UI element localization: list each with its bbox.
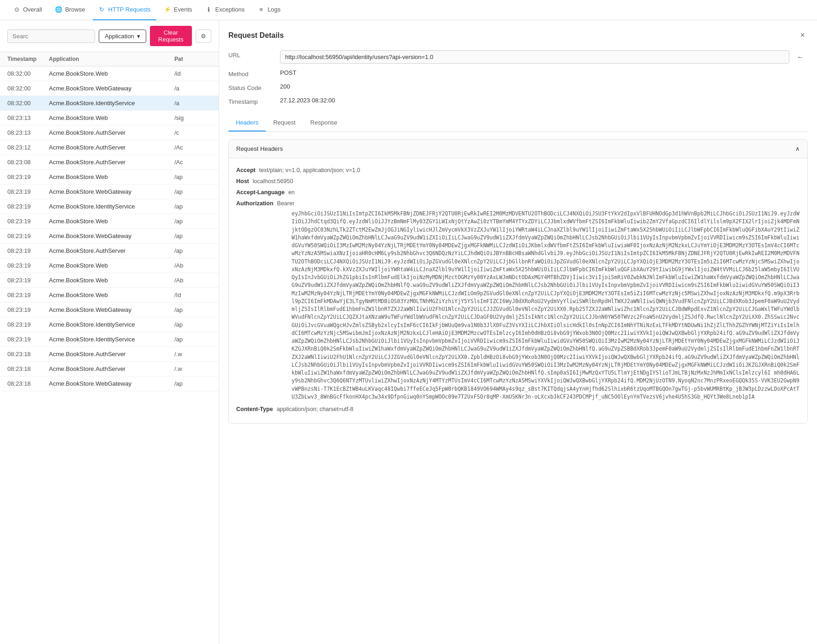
content-type-value: application/json; charset=utf-8 xyxy=(277,405,353,414)
url-navigate-button[interactable]: ← xyxy=(793,51,808,63)
url-container: ← xyxy=(280,50,808,64)
table-row[interactable]: 08:23:19Acme.BookStore.WebGateway/ap xyxy=(0,303,219,317)
nav-item-browse[interactable]: 🌐 Browse xyxy=(49,0,90,20)
table-row[interactable]: 08:23:13Acme.BookStore.Web/sig xyxy=(0,111,219,125)
timestamp-value: 27.12.2023 08:32:00 xyxy=(280,97,335,104)
authorization-key: Authorization xyxy=(236,199,274,208)
nav-label-exceptions: Exceptions xyxy=(215,6,245,13)
app-dropdown-label: Application xyxy=(105,33,134,40)
accept-key: Accept xyxy=(236,166,256,175)
col-timestamp: Timestamp xyxy=(7,56,49,62)
browse-icon: 🌐 xyxy=(55,6,62,13)
table-row[interactable]: 08:23:18Acme.BookStore.WebGateway/ap xyxy=(0,376,219,391)
timestamp-label: Timestamp xyxy=(228,97,274,105)
nav-item-exceptions[interactable]: ℹ Exceptions xyxy=(200,0,250,20)
table-header: Timestamp Application Pat xyxy=(0,52,219,66)
table-row[interactable]: 08:23:19Acme.BookStore.Web/ap xyxy=(0,170,219,185)
headers-section-title: Request Headers xyxy=(236,145,283,152)
top-nav: ⊙ Overall 🌐 Browse ↻ HTTP Requests ⚡ Eve… xyxy=(0,0,817,20)
left-panel: Application ▾ Clear Requests ⚙ Timestamp… xyxy=(0,20,219,644)
header-accept: Accept text/plain; v=1.0, application/js… xyxy=(236,166,800,175)
table-row[interactable]: 08:23:19Acme.BookStore.IdentityService/a… xyxy=(0,332,219,347)
table-row[interactable]: 08:23:08Acme.BookStore.AuthServer/Ac xyxy=(0,155,219,170)
url-field[interactable] xyxy=(280,50,789,64)
accept-value: text/plain; v=1.0, application/json; v=1… xyxy=(259,166,360,175)
host-value: localhost:56950 xyxy=(253,177,293,186)
table-row[interactable]: 08:32:00Acme.BookStore.IdentityService/a xyxy=(0,96,219,111)
col-path: Pat xyxy=(174,56,211,62)
nav-label-logs: Logs xyxy=(268,6,280,13)
table-row[interactable]: 08:23:19Acme.BookStore.WebGateway/ap xyxy=(0,229,219,244)
request-headers-section: Request Headers ∧ Accept text/plain; v=1… xyxy=(228,139,808,423)
status-code-row: Status Code 200 xyxy=(228,83,808,91)
logs-icon: ≡ xyxy=(257,6,265,13)
headers-section-header[interactable]: Request Headers ∧ xyxy=(229,140,807,158)
app-dropdown[interactable]: Application ▾ xyxy=(99,30,146,43)
table-row[interactable]: 08:23:19Acme.BookStore.IdentityService/a… xyxy=(0,199,219,214)
method-value: POST xyxy=(280,69,296,76)
panel-title: Request Details xyxy=(228,31,284,40)
chevron-down-icon: ▾ xyxy=(137,33,140,40)
nav-item-overall[interactable]: ⊙ Overall xyxy=(7,0,48,20)
exceptions-icon: ℹ xyxy=(205,6,213,13)
method-row: Method POST xyxy=(228,69,808,78)
table-row[interactable]: 08:23:18Acme.BookStore.AuthServer/.w xyxy=(0,347,219,362)
detail-tabs: Headers Request Response xyxy=(228,114,808,132)
url-label: URL xyxy=(228,50,274,59)
gear-icon: ⚙ xyxy=(201,33,206,40)
nav-label-http: HTTP Requests xyxy=(108,6,151,13)
header-content-type: Content-Type application/json; charset=u… xyxy=(236,405,800,414)
nav-item-events[interactable]: ⚡ Events xyxy=(158,0,198,20)
nav-item-logs[interactable]: ≡ Logs xyxy=(252,0,286,20)
close-button[interactable]: × xyxy=(797,30,808,41)
timestamp-row: Timestamp 27.12.2023 08:32:00 xyxy=(228,97,808,105)
url-row: URL ← xyxy=(228,50,808,64)
collapse-icon: ∧ xyxy=(795,145,800,152)
table-row[interactable]: 08:23:12Acme.BookStore.AuthServer/Ac xyxy=(0,140,219,155)
table-row[interactable]: 08:23:19Acme.BookStore.Web/Ab xyxy=(0,273,219,288)
main-layout: Application ▾ Clear Requests ⚙ Timestamp… xyxy=(0,20,817,644)
nav-label-events: Events xyxy=(174,6,192,13)
events-icon: ⚡ xyxy=(164,6,171,13)
table-row[interactable]: 08:23:19Acme.BookStore.Web/Id xyxy=(0,288,219,303)
panel-header: Request Details × xyxy=(228,30,808,41)
content-type-key: Content-Type xyxy=(236,405,273,414)
table-row[interactable]: 08:23:19Acme.BookStore.Web/Ab xyxy=(0,258,219,273)
table-row[interactable]: 08:23:19Acme.BookStore.IdentityService/a… xyxy=(0,317,219,332)
right-panel: Request Details × URL ← Method POST Stat… xyxy=(219,20,817,644)
bearer-token: eyJhbGciOiJSUzI1NiIsImtpZCI6IkM5MkFBNjZD… xyxy=(292,210,800,401)
host-key: Host xyxy=(236,177,249,186)
accept-language-value: en xyxy=(288,188,295,197)
table-row[interactable]: 08:23:13Acme.BookStore.AuthServer/c xyxy=(0,125,219,140)
tab-request[interactable]: Request xyxy=(266,114,303,131)
table-row[interactable]: 08:23:19Acme.BookStore.WebGateway/ap xyxy=(0,185,219,199)
search-input[interactable] xyxy=(7,30,95,43)
header-authorization: Authorization Bearer xyxy=(236,199,800,208)
status-code-value: 200 xyxy=(280,83,290,90)
toolbar: Application ▾ Clear Requests ⚙ xyxy=(0,20,219,52)
table-body: 08:32:00Acme.BookStore.Web/id 08:32:00Ac… xyxy=(0,66,219,644)
settings-button[interactable]: ⚙ xyxy=(196,30,211,43)
nav-label-browse: Browse xyxy=(65,6,85,13)
method-label: Method xyxy=(228,69,274,78)
overall-icon: ⊙ xyxy=(13,6,20,13)
col-application: Application xyxy=(49,56,174,62)
http-icon: ↻ xyxy=(98,6,106,13)
tab-headers[interactable]: Headers xyxy=(228,114,266,131)
header-host: Host localhost:56950 xyxy=(236,177,800,186)
clear-requests-button[interactable]: Clear Requests xyxy=(150,26,192,46)
authorization-value: Bearer xyxy=(277,199,295,208)
table-row[interactable]: 08:23:19Acme.BookStore.Web/ap xyxy=(0,214,219,229)
table-row[interactable]: 08:32:00Acme.BookStore.Web/id xyxy=(0,66,219,81)
table-row[interactable]: 08:32:00Acme.BookStore.WebGateway/a xyxy=(0,81,219,96)
table-row[interactable]: 08:23:18Acme.BookStore.AuthServer/.w xyxy=(0,362,219,376)
table-row[interactable]: 08:23:19Acme.BookStore.AuthServer/ap xyxy=(0,244,219,258)
tab-response[interactable]: Response xyxy=(303,114,345,131)
accept-language-key: Accept-Language xyxy=(236,188,285,197)
status-code-label: Status Code xyxy=(228,83,274,91)
nav-item-http-requests[interactable]: ↻ HTTP Requests xyxy=(93,0,156,20)
headers-content: Accept text/plain; v=1.0, application/js… xyxy=(229,158,807,423)
nav-label-overall: Overall xyxy=(23,6,42,13)
header-accept-language: Accept-Language en xyxy=(236,188,800,197)
